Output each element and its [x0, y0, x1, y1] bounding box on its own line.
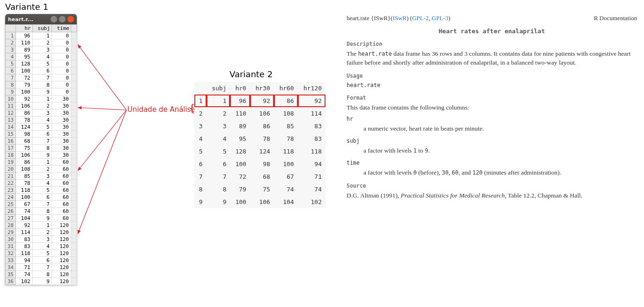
- cell: 60: [52, 166, 71, 173]
- table-row: 1196928692: [194, 95, 326, 107]
- table-row: 30833120: [6, 236, 77, 243]
- table-row: 1668730: [6, 138, 77, 145]
- table-row: 2278460: [6, 180, 77, 187]
- scrollbar[interactable]: [71, 145, 77, 152]
- scrollbar[interactable]: [71, 117, 77, 124]
- scrollbar[interactable]: [71, 53, 77, 60]
- scrollbar[interactable]: [71, 215, 77, 222]
- table-row: 512850: [6, 60, 77, 67]
- scrollbar[interactable]: [71, 159, 77, 166]
- cell: 30: [52, 131, 71, 138]
- t2-header: subj: [207, 82, 230, 95]
- subj-m: to: [417, 147, 425, 154]
- cell: 1: [32, 32, 52, 39]
- scrollbar[interactable]: [71, 110, 77, 117]
- cell: 110: [230, 107, 250, 120]
- gpl2-link[interactable]: GPL-2: [412, 15, 429, 22]
- cell: 1: [207, 95, 230, 107]
- table-row: 31834120: [6, 243, 77, 250]
- scrollbar[interactable]: [71, 264, 77, 271]
- scrollbar[interactable]: [71, 180, 77, 187]
- scrollbar[interactable]: [71, 81, 77, 88]
- scrollbar[interactable]: [71, 187, 77, 194]
- cell: 67: [16, 201, 32, 208]
- scrollbar[interactable]: [71, 173, 77, 180]
- scrollbar[interactable]: [71, 257, 77, 264]
- cell: 120: [52, 264, 71, 271]
- arrow-annotations: [75, 23, 197, 285]
- scrollbar[interactable]: [71, 124, 77, 131]
- row-index: 34: [6, 264, 16, 271]
- scrollbar[interactable]: [71, 271, 77, 278]
- scrollbar[interactable]: [71, 88, 77, 95]
- row-index: 1: [6, 32, 16, 39]
- cell: 72: [230, 170, 250, 183]
- scrollbar[interactable]: [71, 102, 77, 110]
- scrollbar[interactable]: [71, 166, 77, 173]
- cell: 85: [16, 173, 32, 180]
- cell: 1: [194, 95, 207, 107]
- cell: 89: [230, 120, 250, 132]
- row-index: 7: [6, 74, 16, 81]
- scrollbar[interactable]: [71, 236, 77, 243]
- scrollbar[interactable]: [71, 74, 77, 81]
- table-row: 22110106108114: [194, 107, 326, 120]
- time-c3: 60: [452, 169, 459, 176]
- cell: 98: [16, 131, 32, 138]
- t2-header: hr30: [250, 82, 274, 95]
- cell: 0: [52, 46, 71, 53]
- t1-header: hr: [16, 25, 32, 32]
- scrollbar[interactable]: [71, 229, 77, 236]
- cell: 78: [16, 117, 32, 124]
- table-row: 7772686771: [194, 170, 326, 183]
- cell: 71: [298, 170, 326, 183]
- scrollbar[interactable]: [71, 39, 77, 46]
- format-heading: Format: [347, 94, 637, 102]
- scrollbar[interactable]: [71, 95, 77, 102]
- scrollbar[interactable]: [71, 32, 77, 39]
- cell: 72: [16, 74, 32, 81]
- scrollbar[interactable]: [71, 60, 77, 67]
- usage-heading: Usage: [347, 72, 637, 80]
- scrollbar[interactable]: [71, 46, 77, 53]
- gpl3-link[interactable]: GPL-3: [432, 15, 448, 22]
- scrollbar[interactable]: [71, 25, 77, 32]
- cell: 106: [16, 152, 32, 159]
- col-time-name: time: [347, 159, 637, 167]
- cell: 5: [32, 250, 52, 257]
- cell: 86: [16, 110, 32, 117]
- scrollbar[interactable]: [71, 194, 77, 201]
- time-m2: ,: [449, 169, 452, 176]
- scrollbar[interactable]: [71, 243, 77, 250]
- scrollbar[interactable]: [71, 250, 77, 257]
- table-row: 49540: [6, 53, 77, 60]
- scrollbar[interactable]: [71, 152, 77, 159]
- window-titlebar: heart.r...: [5, 14, 77, 24]
- cell: 100: [16, 194, 32, 201]
- cell: 120: [52, 229, 71, 236]
- scrollbar[interactable]: [71, 138, 77, 145]
- scrollbar[interactable]: [71, 208, 77, 215]
- row-index: 36: [6, 278, 16, 285]
- row-index: 32: [6, 250, 16, 257]
- cell: 71: [16, 264, 32, 271]
- scrollbar[interactable]: [71, 278, 77, 285]
- scrollbar[interactable]: [71, 222, 77, 229]
- r-documentation-panel: heart.rate {ISwR}(ISwR) (GPL-2, GPL-3) R…: [347, 14, 637, 202]
- table-row: 87980: [6, 81, 77, 88]
- scrollbar[interactable]: [71, 131, 77, 138]
- cell: 0: [52, 67, 71, 74]
- cell: 2: [32, 166, 52, 173]
- maximize-icon[interactable]: [59, 16, 66, 22]
- iswr-link[interactable]: ISwR: [392, 15, 407, 22]
- cell: 74: [274, 183, 298, 196]
- scrollbar[interactable]: [71, 201, 77, 208]
- t1-header: time: [52, 25, 71, 32]
- cell: 3: [32, 110, 52, 117]
- scrollbar[interactable]: [71, 67, 77, 74]
- close-icon[interactable]: [67, 16, 74, 22]
- table-row: 1986160: [6, 159, 77, 166]
- cell: 30: [52, 138, 71, 145]
- cell: 106: [250, 196, 274, 208]
- minimize-icon[interactable]: [51, 16, 57, 22]
